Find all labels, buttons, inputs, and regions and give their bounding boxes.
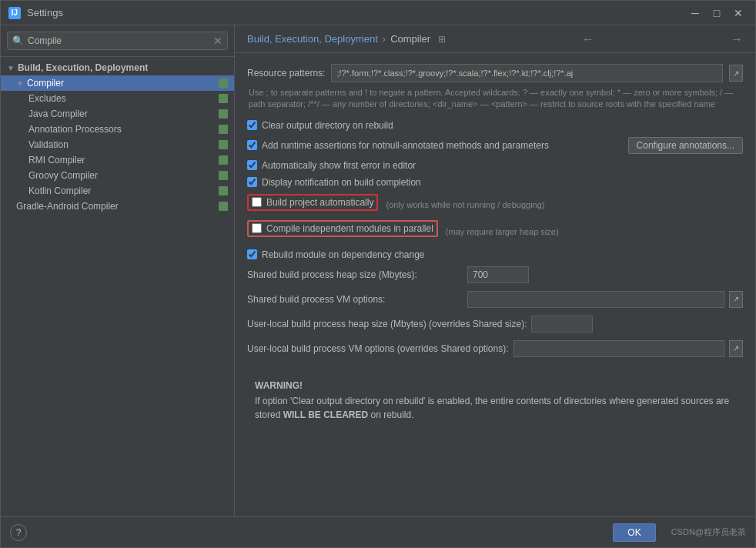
app-icon: IJ: [8, 7, 21, 19]
compile-parallel-note: (may require larger heap size): [446, 227, 559, 236]
sidebar-item-label: Java Compiler: [28, 109, 88, 119]
indicator-icon: [219, 155, 228, 165]
sidebar-item-gradle-android[interactable]: Gradle-Android Compiler: [1, 199, 234, 214]
user-vm-input[interactable]: [513, 340, 725, 357]
window-controls: ─ □ ✕: [686, 5, 748, 21]
sidebar-item-java-compiler[interactable]: Java Compiler: [1, 106, 234, 122]
sidebar: 🔍 ✕ ▼ Build, Execution, Deployment ▼ Com…: [1, 25, 235, 516]
user-vm-expand-button[interactable]: ↗: [729, 340, 743, 357]
shared-vm-label: Shared build process VM options:: [247, 294, 463, 305]
maximize-button[interactable]: □: [707, 5, 726, 21]
resource-patterns-label: Resource patterns:: [247, 68, 325, 79]
user-heap-row: User-local build process heap size (Mbyt…: [247, 316, 743, 332]
display-notification-label[interactable]: Display notification on build completion: [262, 177, 421, 188]
display-notification-checkbox[interactable]: [247, 177, 257, 187]
build-auto-note: (only works while not running / debuggin…: [386, 200, 544, 209]
clear-output-checkbox[interactable]: [247, 120, 257, 130]
breadcrumb-current: Compiler: [390, 33, 430, 45]
clear-output-label[interactable]: Clear output directory on rebuild: [262, 120, 393, 131]
rebuild-on-change-label[interactable]: Rebuild module on dependency change: [262, 249, 425, 260]
compile-parallel-highlight: Compile independent modules in parallel: [247, 220, 438, 237]
runtime-assertions-checkbox[interactable]: [247, 140, 257, 150]
sidebar-item-label: Gradle-Android Compiler: [16, 201, 119, 212]
breadcrumb: Build, Execution, Deployment › Compiler …: [235, 25, 755, 53]
indicator-icon: [219, 140, 228, 149]
breadcrumb-separator: ›: [383, 33, 386, 45]
breadcrumb-back-button[interactable]: ←: [582, 32, 594, 46]
build-automatically-label[interactable]: Build project automatically: [266, 197, 373, 208]
sidebar-item-label: Kotlin Compiler: [28, 185, 91, 196]
shared-vm-input[interactable]: [467, 291, 724, 308]
indicator-icon: [219, 94, 228, 103]
warning-text: If option 'Clear output directory on reb…: [255, 394, 735, 422]
minimize-button[interactable]: ─: [686, 5, 704, 21]
sidebar-item-label: Excludes: [28, 93, 66, 104]
breadcrumb-icon: ⊞: [438, 34, 446, 45]
show-first-error-label[interactable]: Automatically show first error in editor: [262, 160, 416, 171]
sidebar-item-excludes[interactable]: Excludes: [1, 91, 234, 106]
user-heap-label: User-local build process heap size (Mbyt…: [247, 319, 527, 329]
shared-heap-label: Shared build process heap size (Mbytes):: [247, 269, 463, 280]
sidebar-item-annotation-processors[interactable]: Annotation Processors: [1, 122, 234, 137]
rebuild-on-change-checkbox[interactable]: [247, 249, 257, 259]
sidebar-item-rmi-compiler[interactable]: RMI Compiler: [1, 152, 234, 168]
close-button[interactable]: ✕: [729, 5, 748, 21]
runtime-assertions-label[interactable]: Add runtime assertions for notnull-annot…: [262, 140, 549, 151]
search-clear-icon[interactable]: ✕: [213, 35, 222, 47]
help-button[interactable]: ?: [10, 524, 27, 541]
indicator-icon: [219, 202, 228, 211]
sidebar-item-validation[interactable]: Validation: [1, 137, 234, 152]
resource-patterns-row: Resource patterns: ↗: [247, 64, 743, 82]
warning-text-bold: WILL BE CLEARED: [283, 409, 368, 420]
shared-vm-row: Shared build process VM options: ↗: [247, 291, 743, 308]
sidebar-item-compiler[interactable]: ▼ Compiler: [1, 75, 234, 91]
resource-patterns-expand-button[interactable]: ↗: [729, 65, 743, 82]
indicator-icon: [219, 79, 228, 88]
shared-heap-row: Shared build process heap size (Mbytes):: [247, 266, 743, 283]
sidebar-item-label: Validation: [28, 139, 69, 150]
build-automatically-checkbox[interactable]: [252, 197, 262, 207]
rebuild-on-change-row: Rebuild module on dependency change: [247, 249, 743, 260]
display-notification-row: Display notification on build completion: [247, 177, 743, 188]
compile-parallel-row: Compile independent modules in parallel …: [247, 220, 743, 243]
sidebar-item-build-exec-deploy[interactable]: ▼ Build, Execution, Deployment: [1, 60, 234, 75]
ok-button[interactable]: OK: [613, 523, 655, 542]
breadcrumb-parent[interactable]: Build, Execution, Deployment: [247, 33, 378, 45]
search-icon: 🔍: [12, 35, 24, 46]
sidebar-item-kotlin-compiler[interactable]: Kotlin Compiler: [1, 183, 234, 199]
warning-text-end: on rebuild.: [368, 409, 413, 420]
resource-patterns-help: Use ; to separate patterns and ! to nega…: [247, 87, 743, 111]
search-input[interactable]: [28, 35, 213, 46]
indicator-icon: [219, 125, 228, 134]
build-automatically-highlight: Build project automatically: [247, 194, 378, 211]
compile-parallel-label[interactable]: Compile independent modules in parallel: [266, 223, 433, 234]
window-title: Settings: [27, 7, 686, 18]
warning-box: WARNING! If option 'Clear output directo…: [247, 373, 743, 429]
compile-parallel-checkbox[interactable]: [252, 223, 262, 233]
arrow-icon: ▼: [7, 64, 15, 72]
sidebar-item-groovy-compiler[interactable]: Groovy Compiler: [1, 168, 234, 183]
settings-body: Resource patterns: ↗ Use ; to separate p…: [235, 53, 755, 516]
configure-annotations-button[interactable]: Configure annotations...: [628, 137, 743, 154]
breadcrumb-forward-button[interactable]: →: [731, 32, 743, 46]
sidebar-item-label: Annotation Processors: [28, 124, 122, 135]
shared-heap-input[interactable]: [467, 266, 529, 283]
bottom-actions: OK CSDN@程序员老茶: [613, 523, 746, 542]
resource-patterns-input[interactable]: [331, 64, 723, 82]
show-first-error-checkbox[interactable]: [247, 160, 257, 170]
title-bar: IJ Settings ─ □ ✕: [1, 1, 755, 25]
arrow-icon: ▼: [16, 79, 24, 88]
shared-vm-expand-button[interactable]: ↗: [729, 291, 743, 308]
bottom-bar: ? OK CSDN@程序员老茶: [1, 516, 755, 547]
branding-text: CSDN@程序员老茶: [671, 526, 746, 538]
sidebar-item-label: Compiler: [27, 78, 64, 89]
indicator-icon: [219, 171, 228, 180]
search-bar: 🔍 ✕: [1, 25, 234, 57]
sidebar-item-label: RMI Compiler: [28, 155, 85, 165]
user-vm-label: User-local build process VM options (ove…: [247, 343, 509, 354]
search-wrapper: 🔍 ✕: [7, 32, 228, 50]
sidebar-item-label: Groovy Compiler: [28, 170, 98, 181]
indicator-icon: [219, 186, 228, 195]
user-vm-row: User-local build process VM options (ove…: [247, 340, 743, 357]
user-heap-input[interactable]: [531, 316, 593, 332]
